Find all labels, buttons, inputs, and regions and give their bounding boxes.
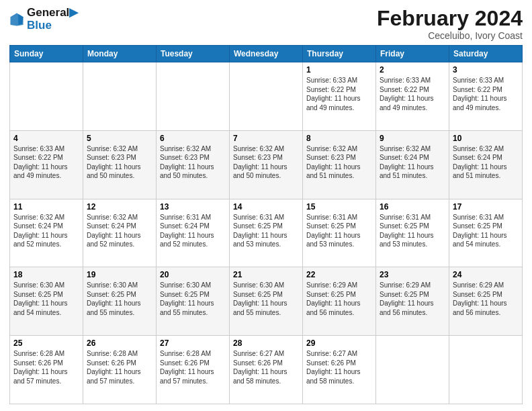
day-info: Sunrise: 6:32 AM Sunset: 6:23 PM Dayligh… — [306, 144, 372, 181]
day-info: Sunrise: 6:32 AM Sunset: 6:24 PM Dayligh… — [87, 213, 152, 249]
calendar-cell: 5Sunrise: 6:32 AM Sunset: 6:23 PM Daylig… — [83, 130, 157, 199]
day-info: Sunrise: 6:29 AM Sunset: 6:25 PM Dayligh… — [306, 281, 372, 317]
day-number: 22 — [306, 270, 372, 279]
day-info: Sunrise: 6:30 AM Sunset: 6:25 PM Dayligh… — [13, 281, 79, 317]
day-number: 2 — [380, 65, 445, 75]
calendar-week-row: 18Sunrise: 6:30 AM Sunset: 6:25 PM Dayli… — [10, 267, 523, 336]
calendar-cell: 10Sunrise: 6:32 AM Sunset: 6:24 PM Dayli… — [449, 130, 523, 199]
day-number: 8 — [306, 134, 372, 143]
day-info: Sunrise: 6:28 AM Sunset: 6:26 PM Dayligh… — [87, 349, 152, 385]
calendar-cell — [157, 62, 230, 131]
calendar-cell: 16Sunrise: 6:31 AM Sunset: 6:25 PM Dayli… — [376, 199, 449, 267]
header-monday: Monday — [83, 46, 157, 62]
day-info: Sunrise: 6:31 AM Sunset: 6:25 PM Dayligh… — [306, 213, 372, 249]
day-info: Sunrise: 6:27 AM Sunset: 6:26 PM Dayligh… — [233, 349, 299, 385]
day-info: Sunrise: 6:32 AM Sunset: 6:23 PM Dayligh… — [87, 144, 152, 181]
day-number: 17 — [453, 202, 519, 212]
calendar-week-row: 4Sunrise: 6:33 AM Sunset: 6:22 PM Daylig… — [10, 130, 523, 199]
calendar-week-row: 25Sunrise: 6:28 AM Sunset: 6:26 PM Dayli… — [10, 336, 523, 404]
calendar-cell: 9Sunrise: 6:32 AM Sunset: 6:24 PM Daylig… — [376, 130, 449, 199]
calendar-cell: 21Sunrise: 6:30 AM Sunset: 6:25 PM Dayli… — [230, 267, 303, 336]
calendar-cell: 4Sunrise: 6:33 AM Sunset: 6:22 PM Daylig… — [10, 130, 83, 199]
calendar-cell: 29Sunrise: 6:27 AM Sunset: 6:26 PM Dayli… — [303, 336, 376, 404]
calendar-header: SundayMondayTuesdayWednesdayThursdayFrid… — [10, 46, 523, 62]
day-number: 26 — [87, 338, 152, 348]
calendar-cell: 24Sunrise: 6:29 AM Sunset: 6:25 PM Dayli… — [449, 267, 523, 336]
day-number: 27 — [160, 338, 226, 348]
calendar-cell: 11Sunrise: 6:32 AM Sunset: 6:24 PM Dayli… — [10, 199, 83, 267]
main-title: February 2024 — [377, 7, 523, 30]
day-info: Sunrise: 6:32 AM Sunset: 6:24 PM Dayligh… — [380, 144, 445, 181]
day-info: Sunrise: 6:30 AM Sunset: 6:25 PM Dayligh… — [87, 281, 152, 317]
calendar-cell: 7Sunrise: 6:32 AM Sunset: 6:23 PM Daylig… — [230, 130, 303, 199]
calendar-cell: 26Sunrise: 6:28 AM Sunset: 6:26 PM Dayli… — [83, 336, 157, 404]
day-number: 5 — [87, 134, 152, 143]
day-info: Sunrise: 6:33 AM Sunset: 6:22 PM Dayligh… — [306, 76, 372, 112]
calendar-cell: 8Sunrise: 6:32 AM Sunset: 6:23 PM Daylig… — [303, 130, 376, 199]
calendar-cell: 3Sunrise: 6:33 AM Sunset: 6:22 PM Daylig… — [449, 62, 523, 131]
day-info: Sunrise: 6:31 AM Sunset: 6:25 PM Dayligh… — [380, 213, 445, 249]
calendar-cell: 28Sunrise: 6:27 AM Sunset: 6:26 PM Dayli… — [230, 336, 303, 404]
logo-text: General▶ Blue — [27, 7, 78, 32]
day-info: Sunrise: 6:31 AM Sunset: 6:24 PM Dayligh… — [160, 213, 226, 249]
calendar-cell: 23Sunrise: 6:29 AM Sunset: 6:25 PM Dayli… — [376, 267, 449, 336]
header: General▶ Blue February 2024 Ceceluibo, I… — [9, 7, 523, 41]
day-number: 19 — [87, 270, 152, 279]
day-number: 3 — [453, 65, 519, 75]
calendar-table: SundayMondayTuesdayWednesdayThursdayFrid… — [9, 45, 523, 404]
day-info: Sunrise: 6:32 AM Sunset: 6:24 PM Dayligh… — [453, 144, 519, 181]
day-number: 9 — [380, 134, 445, 143]
day-number: 16 — [380, 202, 445, 212]
day-info: Sunrise: 6:32 AM Sunset: 6:23 PM Dayligh… — [160, 144, 226, 181]
calendar-cell: 17Sunrise: 6:31 AM Sunset: 6:25 PM Dayli… — [449, 199, 523, 267]
calendar-cell: 15Sunrise: 6:31 AM Sunset: 6:25 PM Dayli… — [303, 199, 376, 267]
calendar-cell: 20Sunrise: 6:30 AM Sunset: 6:25 PM Dayli… — [157, 267, 230, 336]
day-info: Sunrise: 6:33 AM Sunset: 6:22 PM Dayligh… — [13, 144, 79, 181]
day-info: Sunrise: 6:31 AM Sunset: 6:25 PM Dayligh… — [453, 213, 519, 249]
day-info: Sunrise: 6:32 AM Sunset: 6:23 PM Dayligh… — [233, 144, 299, 181]
calendar-cell: 12Sunrise: 6:32 AM Sunset: 6:24 PM Dayli… — [83, 199, 157, 267]
calendar-cell: 14Sunrise: 6:31 AM Sunset: 6:25 PM Dayli… — [230, 199, 303, 267]
header-thursday: Thursday — [303, 46, 376, 62]
day-number: 1 — [306, 65, 372, 75]
calendar-week-row: 1Sunrise: 6:33 AM Sunset: 6:22 PM Daylig… — [10, 62, 523, 131]
day-info: Sunrise: 6:31 AM Sunset: 6:25 PM Dayligh… — [233, 213, 299, 249]
day-number: 15 — [306, 202, 372, 212]
header-row: SundayMondayTuesdayWednesdayThursdayFrid… — [10, 46, 523, 62]
header-tuesday: Tuesday — [157, 46, 230, 62]
calendar-cell: 6Sunrise: 6:32 AM Sunset: 6:23 PM Daylig… — [157, 130, 230, 199]
day-info: Sunrise: 6:27 AM Sunset: 6:26 PM Dayligh… — [306, 349, 372, 385]
day-number: 4 — [13, 134, 79, 143]
calendar-cell: 27Sunrise: 6:28 AM Sunset: 6:26 PM Dayli… — [157, 336, 230, 404]
calendar-cell — [449, 336, 523, 404]
title-block: February 2024 Ceceluibo, Ivory Coast — [377, 7, 523, 41]
header-saturday: Saturday — [449, 46, 523, 62]
calendar-cell — [376, 336, 449, 404]
day-info: Sunrise: 6:30 AM Sunset: 6:25 PM Dayligh… — [233, 281, 299, 317]
calendar-cell: 22Sunrise: 6:29 AM Sunset: 6:25 PM Dayli… — [303, 267, 376, 336]
header-friday: Friday — [376, 46, 449, 62]
logo-icon — [9, 12, 24, 27]
calendar-cell: 19Sunrise: 6:30 AM Sunset: 6:25 PM Dayli… — [83, 267, 157, 336]
day-number: 10 — [453, 134, 519, 143]
day-number: 7 — [233, 134, 299, 143]
day-info: Sunrise: 6:33 AM Sunset: 6:22 PM Dayligh… — [380, 76, 445, 112]
day-number: 25 — [13, 338, 79, 348]
day-number: 18 — [13, 270, 79, 279]
day-number: 21 — [233, 270, 299, 279]
day-number: 12 — [87, 202, 152, 212]
subtitle: Ceceluibo, Ivory Coast — [377, 30, 523, 41]
calendar-cell: 1Sunrise: 6:33 AM Sunset: 6:22 PM Daylig… — [303, 62, 376, 131]
day-info: Sunrise: 6:32 AM Sunset: 6:24 PM Dayligh… — [13, 213, 79, 249]
day-number: 14 — [233, 202, 299, 212]
header-sunday: Sunday — [10, 46, 83, 62]
calendar-cell: 13Sunrise: 6:31 AM Sunset: 6:24 PM Dayli… — [157, 199, 230, 267]
logo-line2: Blue — [27, 19, 78, 32]
day-number: 6 — [160, 134, 226, 143]
day-number: 28 — [233, 338, 299, 348]
day-number: 23 — [380, 270, 445, 279]
day-info: Sunrise: 6:28 AM Sunset: 6:26 PM Dayligh… — [160, 349, 226, 385]
day-info: Sunrise: 6:30 AM Sunset: 6:25 PM Dayligh… — [160, 281, 226, 317]
calendar-cell — [230, 62, 303, 131]
calendar-week-row: 11Sunrise: 6:32 AM Sunset: 6:24 PM Dayli… — [10, 199, 523, 267]
